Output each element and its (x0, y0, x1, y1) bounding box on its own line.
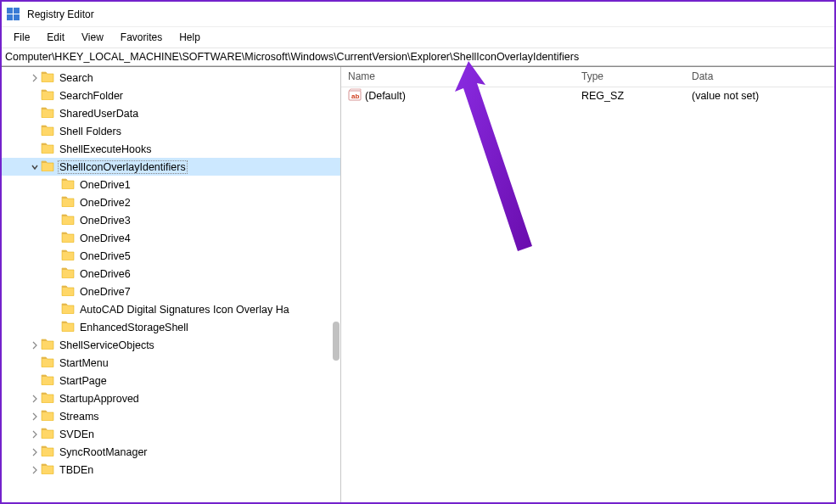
tree-item-label: StartMenu (58, 357, 110, 369)
tree-expander-icon (29, 375, 41, 387)
tree-item-enhancedstorageshell[interactable]: EnhancedStorageShell (2, 318, 340, 336)
scrollbar-thumb[interactable] (333, 322, 339, 361)
value-type: REG_SZ (575, 89, 685, 103)
tree-item-startmenu[interactable]: StartMenu (2, 354, 340, 372)
menu-view[interactable]: View (73, 29, 112, 46)
svg-rect-3 (14, 14, 20, 20)
tree-expander-icon (49, 232, 61, 244)
folder-icon (41, 409, 58, 423)
folder-icon (61, 302, 78, 316)
tree-expander-icon[interactable] (29, 161, 41, 173)
value-row[interactable]: (Default)REG_SZ(value not set) (341, 87, 834, 104)
tree-item-shelliconoverlayidentifiers[interactable]: ShellIconOverlayIdentifiers (2, 158, 340, 176)
tree-expander-icon[interactable] (29, 428, 41, 440)
list-body: (Default)REG_SZ(value not set) (341, 87, 834, 104)
folder-icon (41, 142, 58, 156)
addressbar-path: Computer\HKEY_LOCAL_MACHINE\SOFTWARE\Mic… (5, 51, 579, 63)
folder-icon (61, 195, 78, 210)
tree-item-label: Shell Folders (58, 126, 123, 137)
tree-item-label: OneDrive1 (78, 179, 132, 191)
tree-expander-icon (29, 143, 41, 155)
tree-item-startpage[interactable]: StartPage (2, 372, 340, 389)
folder-icon (61, 266, 78, 281)
menu-help[interactable]: Help (171, 29, 209, 46)
tree-expander-icon (49, 250, 61, 262)
folder-icon (61, 284, 78, 299)
tree-item-label: SyncRootManager (58, 446, 149, 458)
folder-icon (41, 356, 58, 370)
tree-item-shell-folders[interactable]: Shell Folders (2, 122, 340, 140)
tree-item-autocad-digital-signatures-icon-overlay-ha[interactable]: AutoCAD Digital Signatures Icon Overlay … (2, 300, 340, 318)
folder-icon (61, 213, 78, 227)
tree-item-search[interactable]: Search (2, 69, 340, 87)
tree-item-label: OneDrive5 (78, 250, 132, 262)
tree-expander-icon (49, 197, 61, 209)
tree-item-label: OneDrive6 (78, 268, 132, 280)
tree-item-label: ShellExecuteHooks (58, 143, 153, 155)
tree-expander-icon (49, 268, 61, 280)
addressbar[interactable]: Computer\HKEY_LOCAL_MACHINE\SOFTWARE\Mic… (2, 48, 834, 66)
menu-favorites[interactable]: Favorites (112, 29, 171, 46)
tree-item-label: StartupApproved (58, 393, 141, 405)
tree-item-label: ShellServiceObjects (58, 339, 156, 351)
tree-item-svden[interactable]: SVDEn (2, 425, 340, 443)
tree-item-onedrive2[interactable]: OneDrive2 (2, 193, 340, 211)
tree-item-label: SearchFolder (58, 90, 125, 102)
titlebar: Registry Editor (2, 2, 834, 27)
tree-item-label: StartPage (58, 375, 109, 387)
tree-item-label: SharedUserData (58, 108, 140, 120)
tree-expander-icon[interactable] (29, 464, 41, 476)
tree-expander-icon[interactable] (29, 339, 41, 351)
menubar: File Edit View Favorites Help (2, 27, 834, 48)
folder-icon (41, 70, 58, 85)
tree-expander-icon (49, 304, 61, 316)
folder-icon (61, 320, 78, 334)
folder-icon (41, 338, 58, 352)
tree-item-startupapproved[interactable]: StartupApproved (2, 389, 340, 407)
tree-expander-icon (49, 322, 61, 333)
tree-item-onedrive7[interactable]: OneDrive7 (2, 283, 340, 300)
tree-item-label: OneDrive4 (78, 232, 132, 244)
folder-icon (61, 177, 78, 192)
svg-rect-2 (7, 14, 13, 20)
folder-icon (41, 106, 58, 120)
tree-item-label: EnhancedStorageShell (78, 322, 190, 333)
tree-expander-icon (49, 215, 61, 227)
tree-item-onedrive5[interactable]: OneDrive5 (2, 247, 340, 265)
tree-item-label: SVDEn (58, 428, 96, 440)
tree-item-onedrive6[interactable]: OneDrive6 (2, 265, 340, 283)
tree-expander-icon[interactable] (29, 72, 41, 84)
column-header-type[interactable]: Type (575, 67, 685, 87)
tree-item-syncrootmanager[interactable]: SyncRootManager (2, 443, 340, 461)
tree-item-searchfolder[interactable]: SearchFolder (2, 87, 340, 104)
tree-item-shellserviceobjects[interactable]: ShellServiceObjects (2, 336, 340, 354)
menu-edit[interactable]: Edit (38, 29, 73, 46)
list-pane[interactable]: Name Type Data (Default)REG_SZ(value not… (341, 67, 834, 502)
tree-item-tbden[interactable]: TBDEn (2, 461, 340, 479)
tree-item-onedrive3[interactable]: OneDrive3 (2, 211, 340, 229)
tree-item-label: AutoCAD Digital Signatures Icon Overlay … (78, 304, 291, 316)
tree-item-label: OneDrive2 (78, 197, 132, 209)
tree-item-shellexecutehooks[interactable]: ShellExecuteHooks (2, 140, 340, 158)
tree-expander-icon (29, 108, 41, 120)
tree-item-streams[interactable]: Streams (2, 407, 340, 425)
string-value-icon (348, 88, 365, 104)
column-header-data[interactable]: Data (685, 67, 834, 87)
tree-item-onedrive1[interactable]: OneDrive1 (2, 176, 340, 193)
value-data: (value not set) (685, 89, 834, 103)
column-header-name[interactable]: Name (341, 67, 575, 87)
tree-expander-icon[interactable] (29, 446, 41, 458)
folder-icon (41, 88, 58, 103)
folder-icon (41, 427, 58, 441)
tree-expander-icon[interactable] (29, 411, 41, 423)
tree-item-shareduserdata[interactable]: SharedUserData (2, 104, 340, 122)
tree-item-label: ShellIconOverlayIdentifiers (58, 160, 188, 174)
folder-icon (41, 160, 58, 174)
menu-file[interactable]: File (5, 29, 38, 46)
tree-item-label: TBDEn (58, 464, 95, 476)
tree-expander-icon[interactable] (29, 393, 41, 405)
folder-icon (61, 249, 78, 263)
tree-pane[interactable]: SearchSearchFolderSharedUserDataShell Fo… (2, 67, 341, 502)
content-area: SearchSearchFolderSharedUserDataShell Fo… (2, 66, 834, 502)
tree-item-onedrive4[interactable]: OneDrive4 (2, 229, 340, 247)
